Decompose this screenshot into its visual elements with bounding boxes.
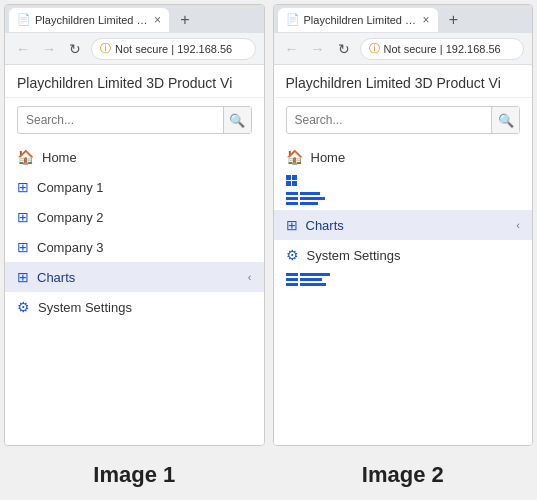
glitch-row-1 xyxy=(274,172,533,189)
glitch-bars-row-4 xyxy=(286,273,521,276)
search-button-2[interactable]: 🔍 xyxy=(491,107,519,133)
new-tab-button-2[interactable]: + xyxy=(442,8,466,32)
address-field-2[interactable]: ⓘ Not secure | 192.168.56 xyxy=(360,38,525,60)
page-title-2: Playchildren Limited 3D Product Vi xyxy=(274,65,533,98)
settings-icon-2: ⚙ xyxy=(286,247,299,263)
search-button-1[interactable]: 🔍 xyxy=(223,107,251,133)
nav-item-company2[interactable]: ⊞ Company 2 xyxy=(5,202,264,232)
glitch-bars-row-5 xyxy=(286,278,521,281)
nav-item-charts-2[interactable]: ⊞ Charts ‹ xyxy=(274,210,533,240)
page-content-1: Playchildren Limited 3D Product Vi 🔍 🏠 H… xyxy=(5,65,264,445)
settings-icon-1: ⚙ xyxy=(17,299,30,315)
company1-icon: ⊞ xyxy=(17,179,29,195)
address-url-1: 192.168.56 xyxy=(177,43,232,55)
nav-label-charts-2: Charts xyxy=(306,218,344,233)
search-input-1[interactable] xyxy=(18,113,223,127)
nav-menu-2: 🏠 Home xyxy=(274,142,533,291)
nav-item-company3[interactable]: ⊞ Company 3 xyxy=(5,232,264,262)
page-content-2: Playchildren Limited 3D Product Vi 🔍 🏠 H… xyxy=(274,65,533,445)
charts-icon-1: ⊞ xyxy=(17,269,29,285)
nav-item-home-2[interactable]: 🏠 Home xyxy=(274,142,533,172)
tab-title-2: Playchildren Limited 3D Product V xyxy=(304,14,419,26)
company3-icon: ⊞ xyxy=(17,239,29,255)
nav-item-home-1[interactable]: 🏠 Home xyxy=(5,142,264,172)
glitch-rows-below xyxy=(274,270,533,291)
new-tab-button-1[interactable]: + xyxy=(173,8,197,32)
nav-menu-1: 🏠 Home ⊞ Company 1 ⊞ Company 2 ⊞ Company… xyxy=(5,142,264,322)
nav-item-company1[interactable]: ⊞ Company 1 xyxy=(5,172,264,202)
tab-bar-1: 📄 Playchildren Limited 3D Product V × + xyxy=(5,5,264,33)
charts-chevron-2: ‹ xyxy=(516,219,520,231)
charts-icon-2: ⊞ xyxy=(286,217,298,233)
forward-button-1[interactable]: → xyxy=(39,41,59,57)
not-secure-label-2: Not secure xyxy=(384,43,437,55)
nav-label-home-1: Home xyxy=(42,150,77,165)
page-title-1: Playchildren Limited 3D Product Vi xyxy=(5,65,264,98)
glitch-icon-1 xyxy=(286,175,297,186)
nav-label-settings-2: System Settings xyxy=(307,248,401,263)
charts-chevron-1: ‹ xyxy=(248,271,252,283)
nav-label-settings-1: System Settings xyxy=(38,300,132,315)
back-button-1[interactable]: ← xyxy=(13,41,33,57)
search-bar-1: 🔍 xyxy=(17,106,252,134)
tab-close-2[interactable]: × xyxy=(422,13,429,27)
tab-bar-2: 📄 Playchildren Limited 3D Product V × + xyxy=(274,5,533,33)
address-bar-1: ← → ↻ ⓘ Not secure | 192.168.56 xyxy=(5,33,264,65)
refresh-button-1[interactable]: ↻ xyxy=(65,41,85,57)
not-secure-label-1: Not secure xyxy=(115,43,168,55)
nav-label-company3: Company 3 xyxy=(37,240,103,255)
images-labels: Image 1 Image 2 xyxy=(0,450,537,500)
tab-close-1[interactable]: × xyxy=(154,13,161,27)
not-secure-icon-2: ⓘ xyxy=(369,41,380,56)
nav-label-company2: Company 2 xyxy=(37,210,103,225)
glitch-bars-row-6 xyxy=(286,283,521,286)
glitch-bars-row-1 xyxy=(286,192,521,195)
browser-tab-1[interactable]: 📄 Playchildren Limited 3D Product V × xyxy=(9,8,169,32)
image1-label: Image 1 xyxy=(0,450,269,500)
images-row: 📄 Playchildren Limited 3D Product V × + … xyxy=(0,0,537,450)
address-bar-2: ← → ↻ ⓘ Not secure | 192.168.56 xyxy=(274,33,533,65)
glitch-rows-area xyxy=(274,189,533,210)
home-icon-2: 🏠 xyxy=(286,149,303,165)
nav-label-home-2: Home xyxy=(311,150,346,165)
tab-title-1: Playchildren Limited 3D Product V xyxy=(35,14,150,26)
nav-label-company1: Company 1 xyxy=(37,180,103,195)
glitch-bars-row-3 xyxy=(286,202,521,205)
search-input-2[interactable] xyxy=(287,113,492,127)
forward-button-2[interactable]: → xyxy=(308,41,328,57)
nav-item-system-settings-2[interactable]: ⚙ System Settings xyxy=(274,240,533,270)
browser-window-1: 📄 Playchildren Limited 3D Product V × + … xyxy=(4,4,265,446)
nav-item-system-settings-1[interactable]: ⚙ System Settings xyxy=(5,292,264,322)
nav-label-charts-1: Charts xyxy=(37,270,75,285)
page-icon: 📄 xyxy=(17,13,31,27)
image2-label: Image 2 xyxy=(269,450,538,500)
search-bar-2: 🔍 xyxy=(286,106,521,134)
glitch-bars-row-2 xyxy=(286,197,521,200)
not-secure-icon-1: ⓘ xyxy=(100,41,111,56)
browser-window-2: 📄 Playchildren Limited 3D Product V × + … xyxy=(273,4,534,446)
refresh-button-2[interactable]: ↻ xyxy=(334,41,354,57)
address-url-2: 192.168.56 xyxy=(446,43,501,55)
page-icon-2: 📄 xyxy=(286,13,300,27)
company2-icon: ⊞ xyxy=(17,209,29,225)
home-icon-1: 🏠 xyxy=(17,149,34,165)
browser-tab-2[interactable]: 📄 Playchildren Limited 3D Product V × xyxy=(278,8,438,32)
nav-item-charts-1[interactable]: ⊞ Charts ‹ xyxy=(5,262,264,292)
address-field-1[interactable]: ⓘ Not secure | 192.168.56 xyxy=(91,38,256,60)
back-button-2[interactable]: ← xyxy=(282,41,302,57)
